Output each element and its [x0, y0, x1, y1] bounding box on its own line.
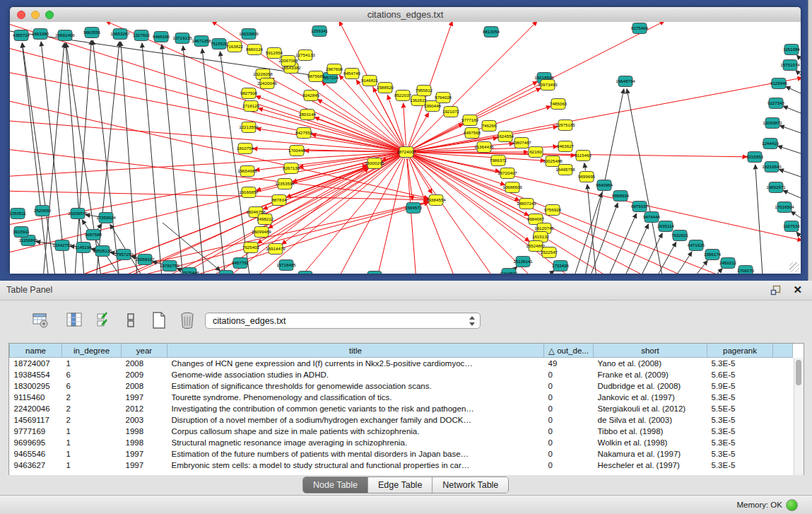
- graph-edge[interactable]: [10, 191, 428, 200]
- table-cell[interactable]: 1: [62, 437, 122, 448]
- table-cell[interactable]: 5.3E-5: [707, 437, 773, 448]
- graph-node[interactable]: 9756928: [544, 205, 562, 216]
- graph-node[interactable]: 62160: [529, 147, 543, 158]
- table-cell[interactable]: 2008: [122, 358, 167, 370]
- table-cell[interactable]: Hescheler et al. (1997): [594, 460, 707, 471]
- table-cell[interactable]: [773, 460, 793, 471]
- table-cell[interactable]: [773, 437, 793, 448]
- table-cell[interactable]: 2: [62, 414, 122, 426]
- table-cell[interactable]: Stergiakouli et al. (2012): [594, 403, 707, 414]
- table-cell[interactable]: 9115460: [10, 392, 62, 403]
- graph-node[interactable]: 12353594: [275, 179, 295, 189]
- table-cell[interactable]: [773, 426, 793, 437]
- table-cell[interactable]: 0: [544, 448, 594, 460]
- graph-node[interactable]: 1733426: [552, 261, 570, 271]
- graph-node[interactable]: 12505135: [93, 246, 112, 257]
- network-view-window[interactable]: citations_edges.txt 43557241663380206914…: [10, 7, 801, 274]
- graph-edge[interactable]: [587, 203, 618, 274]
- table-cell[interactable]: [773, 414, 793, 426]
- graph-edge[interactable]: [783, 106, 801, 113]
- graph-node[interactable]: 9115460: [575, 151, 592, 161]
- column-header-out_de...[interactable]: △ out_de...: [544, 344, 594, 358]
- graph-edge[interactable]: [687, 261, 707, 274]
- graph-node[interactable]: 887834: [272, 195, 287, 206]
- column-header-short[interactable]: short: [594, 344, 707, 358]
- graph-edge[interactable]: [314, 117, 400, 150]
- table-cell[interactable]: Franke et al. (2009): [594, 369, 707, 380]
- table-cell[interactable]: 0: [544, 380, 594, 392]
- graph-node[interactable]: 15720407: [498, 168, 517, 179]
- table-cell[interactable]: Disruption of a novel member of a sodium…: [167, 414, 544, 426]
- graph-node[interactable]: 9474444: [643, 212, 661, 223]
- graph-node[interactable]: 2520650: [34, 206, 52, 216]
- table-row[interactable]: 946554611997Estimation of the future num…: [10, 448, 793, 460]
- table-cell[interactable]: 18724007: [10, 358, 62, 370]
- table-row[interactable]: 1938455462009Genome-wide association stu…: [10, 369, 793, 380]
- graph-node[interactable]: 1656174: [704, 250, 722, 260]
- graph-node[interactable]: 10653267: [110, 29, 130, 40]
- column-header-year[interactable]: year: [122, 344, 167, 358]
- graph-node[interactable]: 9215953: [746, 152, 764, 163]
- graph-edge[interactable]: [783, 190, 801, 198]
- table-cell[interactable]: de Silva et al. (2003): [594, 414, 707, 426]
- table-cell[interactable]: 0: [544, 460, 594, 471]
- table-cell[interactable]: 1997: [122, 460, 167, 471]
- table-cell[interactable]: 6: [62, 369, 122, 380]
- graph-node[interactable]: 20691406: [55, 30, 75, 41]
- graph-node[interactable]: 15136141: [513, 257, 533, 267]
- float-panel-icon[interactable]: [770, 285, 781, 296]
- graph-node[interactable]: 16958107: [135, 255, 155, 265]
- table-cell[interactable]: 5.5E-5: [707, 403, 773, 414]
- graph-node[interactable]: 1663380: [32, 29, 49, 40]
- graph-node[interactable]: 17957253: [114, 250, 134, 260]
- table-cell[interactable]: Changes of HCN gene expression and I(f) …: [167, 358, 544, 370]
- table-cell[interactable]: Structural magnetic resonance image aver…: [167, 437, 544, 448]
- graph-edge[interactable]: [42, 166, 367, 274]
- table-cell[interactable]: 5.9E-5: [707, 380, 773, 392]
- graph-node[interactable]: 2718129: [242, 101, 260, 112]
- graph-node[interactable]: 7632621: [671, 230, 689, 241]
- graph-node[interactable]: 16914479: [266, 244, 286, 255]
- column-header-pagerank[interactable]: pagerank: [707, 344, 773, 358]
- graph-node[interactable]: 8813054: [483, 27, 500, 37]
- table-row[interactable]: 1830029562008Estimation of significance …: [10, 380, 793, 392]
- table-cell[interactable]: Embryonic stem cells: a model to study s…: [167, 460, 544, 471]
- table-cell[interactable]: Jankovic et al. (1997): [594, 392, 707, 403]
- graph-edge[interactable]: [796, 55, 801, 59]
- table-cell[interactable]: 6: [62, 380, 122, 392]
- graph-node[interactable]: 19384554: [426, 195, 446, 206]
- table-row[interactable]: 911546021997Tourette syndrome. Phenomeno…: [10, 392, 793, 403]
- graph-node[interactable]: 9794028: [435, 93, 452, 103]
- graph-node[interactable]: 8958924: [612, 191, 630, 201]
- graph-node[interactable]: 7625402: [242, 243, 260, 253]
- table-row[interactable]: 2242004622012Investigating the contribut…: [10, 403, 793, 414]
- table-source-select[interactable]: citations_edges.txt: [205, 313, 481, 329]
- table-cell[interactable]: 19384554: [10, 369, 62, 380]
- graph-node[interactable]: 9827508: [240, 88, 258, 99]
- graph-node[interactable]: 19892971: [766, 182, 786, 193]
- table-cell[interactable]: 5.3E-5: [707, 460, 773, 471]
- citation-network-graph[interactable]: 4355724166338020691406966355610653267132…: [10, 22, 801, 274]
- graph-node[interactable]: 21364436: [474, 142, 494, 153]
- graph-node[interactable]: 6466160: [153, 32, 170, 42]
- graph-node[interactable]: 22420046: [257, 78, 277, 89]
- graph-edge[interactable]: [410, 157, 502, 274]
- graph-edge[interactable]: [779, 126, 801, 133]
- graph-node[interactable]: 8175404: [631, 23, 649, 34]
- table-cell[interactable]: 5.6E-5: [707, 369, 773, 380]
- graph-edge[interactable]: [777, 146, 801, 153]
- graph-node[interactable]: 9227343: [767, 98, 785, 109]
- graph-node[interactable]: 2522547: [541, 247, 558, 258]
- table-cell[interactable]: 2003: [122, 414, 167, 426]
- graph-node[interactable]: 10973493: [538, 80, 558, 90]
- graph-node[interactable]: 746266: [482, 121, 497, 132]
- graph-node[interactable]: 9129946: [770, 78, 788, 89]
- graph-node[interactable]: 22067088: [278, 56, 298, 66]
- graph-node[interactable]: 9777169: [461, 115, 479, 126]
- table-cell[interactable]: 1: [62, 448, 122, 460]
- table-cell[interactable]: 0: [544, 403, 594, 414]
- graph-node[interactable]: 3498212: [257, 214, 274, 225]
- graph-node[interactable]: 16210643: [762, 162, 782, 173]
- table-cell[interactable]: 1997: [122, 448, 167, 460]
- table-cell[interactable]: 0: [544, 437, 594, 448]
